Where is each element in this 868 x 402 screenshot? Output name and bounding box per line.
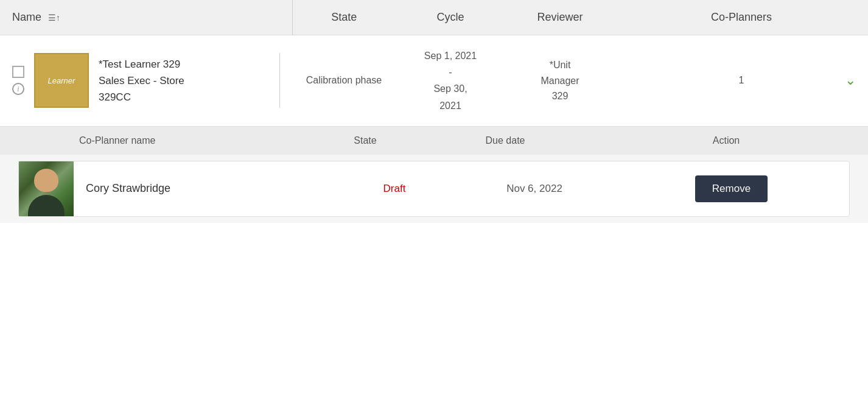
learner-row: i Learner *Test Learner 329 Sales Exec -…: [0, 35, 868, 127]
co-planner-card: Cory Strawbridge Draft Nov 6, 2022: [18, 161, 850, 217]
co-planner-row: Cory Strawbridge Draft Nov 6, 2022: [0, 155, 868, 223]
header-cycle: Cycle: [396, 0, 505, 35]
header-coplanners: Co-Planners: [615, 0, 868, 35]
co-planner-state: Draft: [334, 183, 455, 195]
co-planner-action: Remove: [614, 175, 849, 202]
avatar: [19, 161, 74, 216]
learner-cycle: Sep 1, 2021 - Sep 30, 2021: [396, 35, 505, 127]
sub-header-state: State: [304, 127, 426, 155]
learner-state: Calibration phase: [292, 35, 396, 127]
info-icon[interactable]: i: [12, 83, 24, 95]
expand-icon[interactable]: ⌄: [845, 72, 856, 88]
header-state: State: [292, 0, 396, 35]
co-planner-name: Cory Strawbridge: [74, 182, 334, 195]
checkbox-info: i: [12, 66, 24, 95]
main-table-header: Name ☰↑ State Cycle Reviewer Co-Planners: [0, 0, 868, 35]
co-planner-card-cell: Cory Strawbridge Draft Nov 6, 2022: [0, 155, 868, 223]
learner-reviewer: *Unit Manager 329: [505, 35, 615, 127]
learner-name-text: *Test Learner 329 Sales Exec - Store 329…: [99, 56, 184, 106]
remove-button[interactable]: Remove: [695, 175, 768, 202]
sub-table-header: Co-Planner name State Due date Action: [0, 127, 868, 155]
header-reviewer: Reviewer: [505, 0, 615, 35]
header-name: Name ☰↑: [0, 0, 292, 35]
sub-header-action: Action: [584, 127, 868, 155]
sort-icon[interactable]: ☰↑: [48, 13, 60, 23]
sub-header-due-date: Due date: [426, 127, 584, 155]
sub-section-row: Co-Planner name State Due date Action: [0, 126, 868, 223]
co-planner-due-date: Nov 6, 2022: [455, 183, 614, 195]
learner-thumbnail: Learner: [34, 53, 89, 108]
learner-name-cell: i Learner *Test Learner 329 Sales Exec -…: [0, 35, 292, 127]
learner-checkbox[interactable]: [12, 66, 24, 78]
sub-section-cell: Co-Planner name State Due date Action: [0, 126, 868, 223]
learner-coplanners: 1 ⌄: [615, 35, 868, 127]
sub-header-coplanner-name: Co-Planner name: [0, 127, 304, 155]
